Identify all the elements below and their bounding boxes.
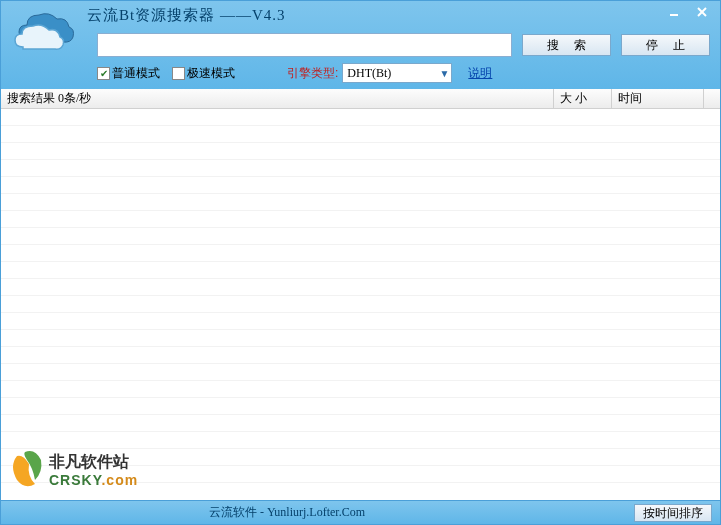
- search-input[interactable]: [97, 33, 512, 57]
- titlebar: 云流Bt资源搜索器 ——V4.3 搜 索 停 止 普通模式 极速: [1, 1, 720, 89]
- column-header-spacer: [704, 89, 720, 108]
- list-item: [1, 432, 720, 449]
- sort-by-time-button[interactable]: 按时间排序: [634, 504, 712, 522]
- list-item: [1, 109, 720, 126]
- stop-button[interactable]: 停 止: [621, 34, 710, 56]
- column-header-size[interactable]: 大 小: [554, 89, 612, 108]
- list-item: [1, 143, 720, 160]
- list-item: [1, 381, 720, 398]
- list-item: [1, 347, 720, 364]
- results-list[interactable]: [1, 109, 720, 500]
- brand-text: 云流软件 - Yunliurj.Lofter.Com: [209, 504, 365, 521]
- help-link[interactable]: 说明: [468, 65, 492, 82]
- window-title: 云流Bt资源搜索器 ——V4.3: [87, 6, 286, 25]
- search-button[interactable]: 搜 索: [522, 34, 611, 56]
- app-window: 云流Bt资源搜索器 ——V4.3 搜 索 停 止 普通模式 极速: [0, 0, 721, 525]
- list-item: [1, 279, 720, 296]
- normal-mode-label: 普通模式: [112, 65, 160, 82]
- list-item: [1, 177, 720, 194]
- list-item: [1, 415, 720, 432]
- column-header-time[interactable]: 时间: [612, 89, 704, 108]
- list-item: [1, 330, 720, 347]
- list-item: [1, 449, 720, 466]
- app-logo-icon: [9, 5, 79, 85]
- engine-type-select[interactable]: DHT(Bt) ▼: [342, 63, 452, 83]
- checkbox-icon: [172, 67, 185, 80]
- list-item: [1, 228, 720, 245]
- close-button[interactable]: [688, 3, 716, 21]
- column-header-name[interactable]: 搜索结果 0条/秒: [1, 89, 554, 108]
- list-item: [1, 262, 720, 279]
- list-item: [1, 211, 720, 228]
- list-item: [1, 364, 720, 381]
- list-item: [1, 313, 720, 330]
- list-item: [1, 245, 720, 262]
- list-item: [1, 194, 720, 211]
- results-header: 搜索结果 0条/秒 大 小 时间: [1, 89, 720, 109]
- normal-mode-checkbox[interactable]: 普通模式: [97, 65, 160, 82]
- list-item: [1, 296, 720, 313]
- fast-mode-checkbox[interactable]: 极速模式: [172, 65, 235, 82]
- list-item: [1, 398, 720, 415]
- list-item: [1, 126, 720, 143]
- statusbar: 云流软件 - Yunliurj.Lofter.Com 按时间排序: [1, 500, 720, 524]
- fast-mode-label: 极速模式: [187, 65, 235, 82]
- chevron-down-icon: ▼: [439, 68, 449, 79]
- engine-type-label: 引擎类型:: [287, 65, 338, 82]
- list-item: [1, 466, 720, 483]
- list-item: [1, 160, 720, 177]
- minimize-button[interactable]: [660, 3, 688, 21]
- checkbox-icon: [97, 67, 110, 80]
- engine-type-value: DHT(Bt): [347, 66, 391, 81]
